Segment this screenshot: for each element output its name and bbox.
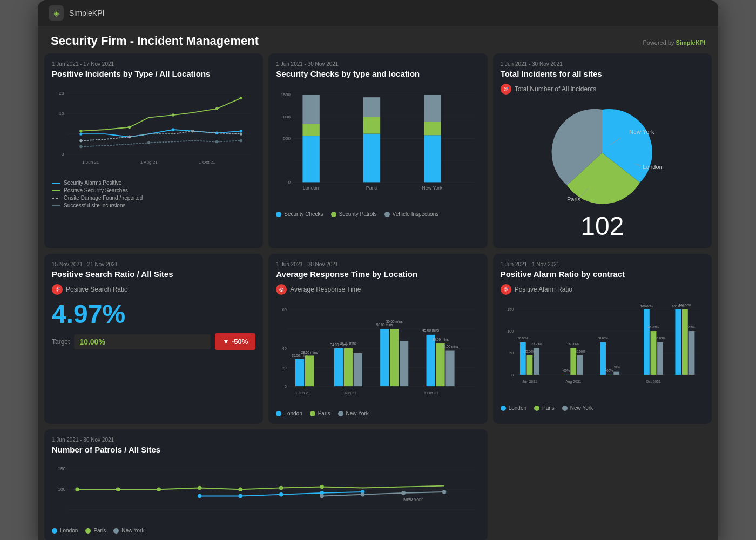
card-date-security: 1 Jun 2021 - 30 Nov 2021: [276, 61, 480, 67]
svg-text:1 Oct 21: 1 Oct 21: [199, 160, 215, 165]
svg-text:20: 20: [59, 91, 64, 96]
svg-text:38.00 mins: 38.00 mins: [433, 338, 449, 341]
svg-text:0: 0: [285, 384, 287, 389]
svg-rect-95: [520, 342, 526, 375]
svg-text:100: 100: [507, 329, 514, 334]
svg-point-142: [279, 492, 284, 497]
legend-dot-checks: [276, 212, 281, 217]
svg-rect-37: [303, 136, 320, 182]
svg-text:100.00%: 100.00%: [679, 303, 691, 307]
card-total-incidents: 1 Jun 2021 - 30 Nov 2021 Total Incidents…: [493, 53, 712, 248]
legend-label-paris-a: Paris: [542, 405, 555, 411]
svg-text:67%: 67%: [688, 326, 695, 329]
kpi-label-response: Average Response Time: [290, 286, 361, 293]
svg-text:20: 20: [282, 366, 287, 370]
svg-point-141: [238, 494, 242, 498]
legend-label-newyork-p: New York: [122, 528, 144, 534]
svg-rect-42: [363, 117, 380, 133]
svg-point-14: [240, 130, 242, 132]
svg-text:34.00 mins: 34.00 mins: [340, 341, 357, 345]
svg-text:0: 0: [511, 373, 514, 377]
svg-rect-111: [606, 375, 612, 375]
svg-rect-47: [424, 95, 441, 122]
svg-text:100: 100: [58, 487, 65, 492]
patrols-chart-legend: London Paris New York: [52, 528, 480, 534]
card-date-alarm: 1 Jun 2021 - 1 Nov 2021: [501, 261, 704, 267]
legend-item-damage: Onsite Damage Found / reported: [52, 195, 255, 201]
powered-by: Powered by SimpleKPI: [643, 39, 705, 46]
legend-label-checks: Security Checks: [284, 211, 323, 217]
legend-security-checks: Security Checks: [276, 211, 323, 217]
page-header: Security Firm - Incident Management Powe…: [38, 26, 718, 53]
svg-rect-78: [427, 335, 435, 386]
svg-text:100.00%: 100.00%: [640, 305, 653, 308]
svg-rect-72: [354, 353, 362, 386]
legend-alarm-paris: Paris: [534, 405, 555, 411]
svg-text:1500: 1500: [281, 92, 291, 97]
svg-rect-97: [526, 355, 532, 375]
legend-label-london-p: London: [60, 528, 78, 534]
card-search-ratio: 15 Nov 2021 - 21 Nov 2021 Positive Searc…: [44, 254, 263, 424]
alarm-chart-legend: London Paris New York: [501, 405, 704, 411]
legend-security-patrols: Security Patrols: [331, 211, 377, 217]
svg-rect-80: [436, 343, 445, 386]
svg-point-20: [79, 139, 82, 142]
legend-dot-patrols: [331, 212, 336, 217]
card-patrols: 1 Jun 2021 - 30 Nov 2021 Number of Patro…: [44, 429, 488, 540]
card-date-incidents: 1 Jun 2021 - 17 Nov 2021: [52, 61, 255, 67]
legend-color-incursions: [52, 205, 60, 206]
svg-rect-70: [344, 348, 353, 386]
card-incidents-by-type: 1 Jun 2021 - 17 Nov 2021 Positive Incide…: [44, 53, 263, 248]
legend-label-incursions: Successful site incursions: [64, 202, 126, 208]
legend-dot-newyork-a: [562, 406, 568, 411]
svg-text:Paris: Paris: [567, 196, 581, 202]
svg-rect-64: [295, 359, 304, 386]
legend-label-damage: Onsite Damage Found / reported: [64, 195, 143, 201]
legend-dot-inspections: [384, 212, 390, 217]
alarm-chart-svg: 150 100 50 0 50.00% 20.00% 33.33% Jun 20…: [501, 299, 704, 402]
legend-dot-london-a: [501, 406, 506, 411]
svg-text:1 Jun 21: 1 Jun 21: [295, 391, 310, 395]
svg-text:New York: New York: [422, 185, 443, 191]
card-title-search: Positive Search Ratio / All Sites: [52, 269, 255, 279]
svg-rect-75: [390, 329, 399, 386]
svg-text:Oct 2021: Oct 2021: [646, 380, 661, 383]
svg-point-18: [215, 107, 218, 110]
legend-vehicle-inspections: Vehicle Inspections: [384, 211, 439, 217]
legend-label-patrols: Security Patrols: [339, 211, 377, 217]
legend-label-inspections: Vehicle Inspections: [393, 211, 439, 217]
legend-dot-london-r: [276, 411, 281, 416]
badge-value: -50%: [232, 338, 248, 346]
kpi-indicator-alarm: 🎯 Positive Alarm Ratio: [501, 284, 704, 295]
pie-total-number: 102: [501, 211, 704, 241]
response-chart-legend: London Paris New York: [276, 410, 480, 416]
response-chart-container: 60 40 20 0 25.00 mins 28.00 mins 34.00 m…: [276, 299, 480, 407]
legend-dot-london-p: [52, 528, 57, 534]
svg-text:32.00 mins: 32.00 mins: [442, 345, 459, 348]
app-logo: ◈: [49, 5, 64, 21]
kpi-indicator-total: 🎯 Total Number of All incidents: [501, 84, 704, 94]
legend-label-alarms: Security Alarms Positive: [64, 180, 122, 186]
svg-rect-99: [534, 348, 539, 375]
svg-point-133: [75, 488, 79, 492]
target-row: Target 10.00% ▼ -50%: [52, 333, 255, 350]
svg-rect-68: [334, 348, 343, 386]
svg-text:New York: New York: [403, 497, 423, 502]
card-date-patrols: 1 Jun 2021 - 30 Nov 2021: [52, 437, 480, 443]
bar-chart-svg: 1500 1000 500 0 London Paris: [276, 84, 480, 208]
svg-point-16: [128, 126, 131, 129]
svg-text:1 Oct 21: 1 Oct 21: [424, 391, 438, 395]
svg-rect-102: [563, 375, 569, 375]
svg-point-19: [240, 97, 242, 99]
svg-point-27: [240, 139, 242, 142]
svg-rect-126: [688, 331, 694, 375]
svg-point-10: [79, 132, 82, 135]
legend-dot-paris-a: [534, 406, 539, 411]
alarm-chart-container: 150 100 50 0 50.00% 20.00% 33.33% Jun 20…: [501, 299, 704, 402]
svg-text:33.33%: 33.33%: [568, 342, 579, 346]
svg-rect-122: [675, 309, 681, 375]
svg-rect-115: [644, 309, 650, 375]
svg-text:20.00%: 20.00%: [575, 350, 585, 353]
card-alarm-ratio: 1 Jun 2021 - 1 Nov 2021 Positive Alarm R…: [493, 254, 712, 424]
svg-text:London: London: [303, 185, 319, 191]
